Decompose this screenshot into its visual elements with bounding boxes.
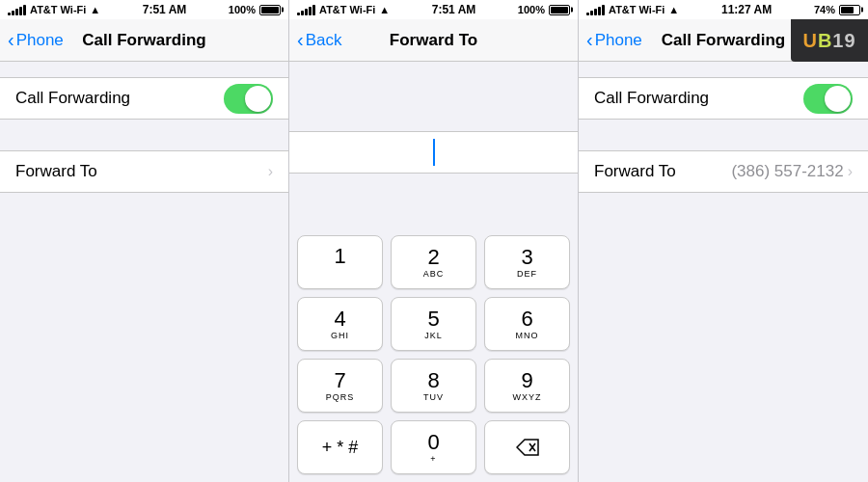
status-left-2: AT&T Wi-Fi ▲ <box>297 4 390 15</box>
watermark: UB19 <box>791 19 868 62</box>
spacer <box>289 174 578 231</box>
key-symbols-label: + * # <box>322 438 359 458</box>
chevron-right-icon-1: › <box>268 163 273 180</box>
forward-to-value-3: (386) 557-2132 › <box>731 162 853 181</box>
key-0-number: 0 <box>427 432 439 453</box>
time-3: 11:27 AM <box>721 3 772 16</box>
keypad-row-1: 1 2 ABC 3 DEF <box>297 235 570 289</box>
watermark-b: B <box>818 30 832 51</box>
status-bar-3: AT&T Wi-Fi ▲ 11:27 AM 74% <box>579 0 868 19</box>
call-forwarding-toggle-row-3[interactable]: Call Forwarding <box>579 77 868 120</box>
toggle-knob-1 <box>245 86 271 112</box>
status-left-3: AT&T Wi-Fi ▲ <box>586 4 679 15</box>
call-forwarding-toggle-3[interactable] <box>803 84 853 114</box>
battery-icon-1 <box>259 5 281 15</box>
forward-to-value-1: › <box>268 163 273 180</box>
key-3-number: 3 <box>521 247 532 268</box>
key-2-number: 2 <box>427 247 439 268</box>
key-2[interactable]: 2 ABC <box>391 235 476 289</box>
nav-bar-2: ‹ Back Forward To <box>289 19 578 62</box>
status-right-3: 74% <box>814 4 860 15</box>
keypad-row-2: 4 GHI 5 JKL 6 MNO <box>297 297 570 351</box>
phone-input-area: 1 2 ABC 3 DEF 4 GHI 5 <box>289 62 578 482</box>
battery-pct-1: 100% <box>229 4 256 15</box>
chevron-back-icon-1: ‹ <box>8 30 14 49</box>
wifi-icon-1: ▲ <box>90 4 100 15</box>
wifi-icon-2: ▲ <box>379 4 390 15</box>
key-8-letters: TUV <box>423 392 444 402</box>
delete-icon <box>516 439 539 456</box>
battery-icon-3 <box>839 5 860 15</box>
carrier-1: AT&T Wi-Fi <box>30 4 86 15</box>
watermark-19: 19 <box>832 30 855 51</box>
back-label-1[interactable]: Phone <box>16 31 64 50</box>
signal-icon-1 <box>8 4 26 15</box>
panel-1-call-forwarding: AT&T Wi-Fi ▲ 7:51 AM 100% ‹ Phone Call F… <box>0 0 289 482</box>
chevron-back-icon-2: ‹ <box>297 30 304 49</box>
nav-title-3: Call Forwarding <box>662 31 785 50</box>
forward-to-row-1[interactable]: Forward To › <box>0 150 288 193</box>
key-5[interactable]: 5 JKL <box>391 297 476 351</box>
key-7-number: 7 <box>334 370 345 391</box>
key-9[interactable]: 9 WXYZ <box>484 359 570 413</box>
battery-icon-2 <box>549 5 570 15</box>
status-bar-2: AT&T Wi-Fi ▲ 7:51 AM 100% <box>289 0 578 19</box>
settings-section-1: Call Forwarding <box>0 77 288 120</box>
keypad-row-3: 7 PQRS 8 TUV 9 WXYZ <box>297 359 570 413</box>
forward-to-number: (386) 557-2132 <box>731 162 843 181</box>
key-7-letters: PQRS <box>326 392 355 402</box>
forward-to-row-3[interactable]: Forward To (386) 557-2132 › <box>579 150 868 193</box>
nav-title-1: Call Forwarding <box>82 31 205 50</box>
back-button-2[interactable]: ‹ Back <box>297 31 341 50</box>
key-4-letters: GHI <box>331 331 349 340</box>
back-label-3[interactable]: Phone <box>595 31 642 50</box>
call-forwarding-toggle-row[interactable]: Call Forwarding <box>0 77 288 120</box>
settings-section-forward: Forward To › <box>0 150 288 193</box>
key-7[interactable]: 7 PQRS <box>297 359 383 413</box>
key-4[interactable]: 4 GHI <box>297 297 383 351</box>
key-3-letters: DEF <box>517 269 537 279</box>
back-button-1[interactable]: ‹ Phone <box>8 31 64 50</box>
forward-to-label-3: Forward To <box>594 162 676 181</box>
battery-pct-2: 100% <box>518 4 545 15</box>
battery-pct-3: 74% <box>814 4 835 15</box>
chevron-back-icon-3: ‹ <box>586 30 593 49</box>
nav-bar-1: ‹ Phone Call Forwarding <box>0 19 288 62</box>
call-forwarding-label-1: Call Forwarding <box>15 89 130 108</box>
key-9-number: 9 <box>521 370 532 391</box>
key-1[interactable]: 1 <box>297 235 383 289</box>
call-forwarding-toggle-1[interactable] <box>224 84 273 114</box>
status-right-2: 100% <box>518 4 570 15</box>
signal-icon-3 <box>586 4 605 15</box>
nav-title-2: Forward To <box>390 31 477 50</box>
key-6-number: 6 <box>521 308 532 330</box>
key-6[interactable]: 6 MNO <box>484 297 570 351</box>
carrier-3: AT&T Wi-Fi <box>609 4 665 15</box>
key-delete[interactable] <box>484 420 570 474</box>
signal-icon-2 <box>297 4 315 15</box>
wifi-icon-3: ▲ <box>668 4 679 15</box>
key-8[interactable]: 8 TUV <box>391 359 476 413</box>
keypad-row-4: + * # 0 + <box>297 420 570 474</box>
key-5-number: 5 <box>427 308 439 330</box>
key-2-letters: ABC <box>423 269 445 279</box>
keypad: 1 2 ABC 3 DEF 4 GHI 5 <box>289 231 578 482</box>
nav-bar-3: ‹ Phone Call Forwarding UB19 <box>579 19 868 62</box>
key-4-number: 4 <box>334 308 345 330</box>
toggle-knob-3 <box>825 86 851 112</box>
watermark-u: U <box>802 30 817 51</box>
call-forwarding-label-3: Call Forwarding <box>594 89 709 108</box>
status-left-1: AT&T Wi-Fi ▲ <box>8 4 100 15</box>
back-button-3[interactable]: ‹ Phone <box>586 31 642 50</box>
back-label-2[interactable]: Back <box>306 31 342 50</box>
text-cursor <box>433 139 435 166</box>
key-symbols[interactable]: + * # <box>297 420 383 474</box>
panel-2-forward-to: AT&T Wi-Fi ▲ 7:51 AM 100% ‹ Back Forward… <box>289 0 579 482</box>
key-3[interactable]: 3 DEF <box>484 235 570 289</box>
panel-3-call-forwarding: AT&T Wi-Fi ▲ 11:27 AM 74% ‹ Phone Call F… <box>579 0 868 482</box>
carrier-2: AT&T Wi-Fi <box>319 4 375 15</box>
key-1-number: 1 <box>334 246 345 267</box>
phone-number-display[interactable] <box>289 131 578 174</box>
watermark-label: UB19 <box>802 30 855 52</box>
key-0[interactable]: 0 + <box>391 420 476 474</box>
